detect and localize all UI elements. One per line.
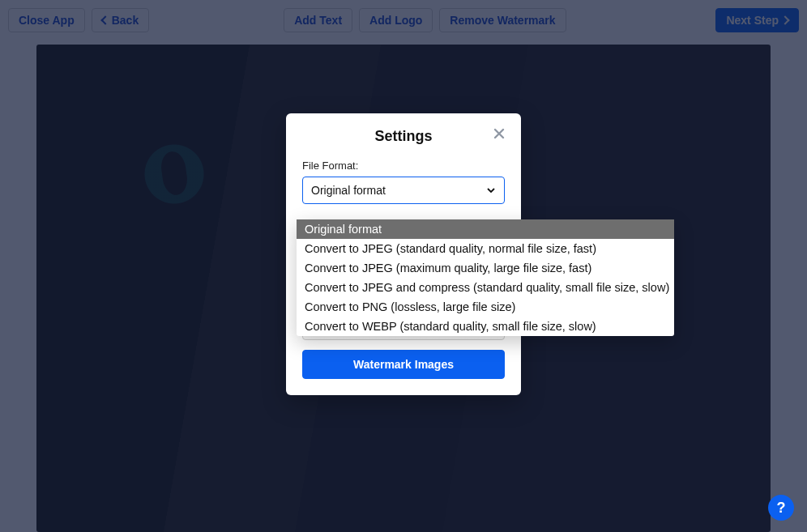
file-format-select[interactable]: Original format: [302, 177, 505, 204]
button-label: Watermark Images: [353, 358, 454, 371]
dropdown-option[interactable]: Convert to JPEG (maximum quality, large …: [297, 258, 674, 278]
dropdown-option[interactable]: Original format: [297, 219, 674, 239]
help-icon: ?: [777, 500, 786, 517]
file-format-dropdown: Original format Convert to JPEG (standar…: [297, 219, 674, 336]
modal-title: Settings: [302, 128, 505, 145]
help-button[interactable]: ?: [768, 495, 794, 521]
file-format-label: File Format:: [302, 160, 505, 172]
chevron-down-icon: [486, 185, 496, 195]
watermark-images-button[interactable]: Watermark Images: [302, 350, 505, 379]
dropdown-option[interactable]: Convert to WEBP (standard quality, small…: [297, 317, 674, 336]
dropdown-option[interactable]: Convert to JPEG (standard quality, norma…: [297, 239, 674, 258]
dropdown-option[interactable]: Convert to JPEG and compress (standard q…: [297, 278, 674, 297]
dropdown-option[interactable]: Convert to PNG (lossless, large file siz…: [297, 297, 674, 317]
close-icon[interactable]: [492, 126, 506, 141]
select-value: Original format: [311, 184, 386, 197]
